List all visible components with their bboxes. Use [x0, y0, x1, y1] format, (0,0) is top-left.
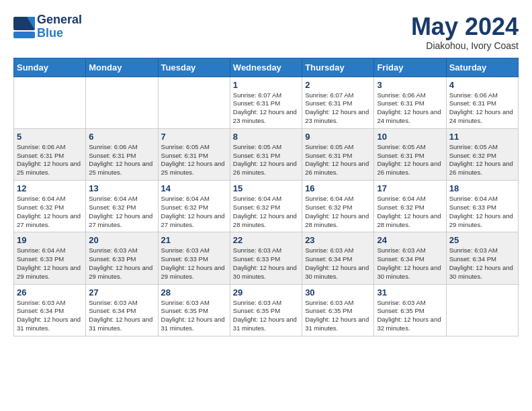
calendar-row: 26Sunrise: 6:03 AMSunset: 6:34 PMDayligh… [14, 284, 519, 336]
day-info: Sunrise: 6:04 AMSunset: 6:32 PMDaylight:… [161, 195, 227, 229]
day-info: Sunrise: 6:03 AMSunset: 6:33 PMDaylight:… [233, 246, 299, 281]
calendar-cell: 5Sunrise: 6:06 AMSunset: 6:31 PMDaylight… [14, 128, 86, 180]
calendar-cell: 2Sunrise: 6:07 AMSunset: 6:31 PMDaylight… [302, 77, 374, 128]
day-number: 29 [233, 287, 299, 298]
page-header: General Blue May 2024 Diakohou, Ivory Co… [13, 13, 519, 51]
calendar-cell: 1Sunrise: 6:07 AMSunset: 6:31 PMDaylight… [230, 77, 302, 128]
calendar-cell: 22Sunrise: 6:03 AMSunset: 6:33 PMDayligh… [230, 232, 302, 284]
day-number: 25 [449, 235, 515, 245]
title-block: May 2024 Diakohou, Ivory Coast [411, 13, 519, 51]
calendar-cell: 30Sunrise: 6:03 AMSunset: 6:35 PMDayligh… [302, 284, 374, 336]
logo-general-text: General [37, 13, 82, 27]
calendar-cell: 24Sunrise: 6:03 AMSunset: 6:34 PMDayligh… [374, 232, 446, 284]
calendar-cell: 28Sunrise: 6:03 AMSunset: 6:35 PMDayligh… [158, 284, 230, 336]
svg-rect-2 [13, 32, 35, 38]
day-info: Sunrise: 6:03 AMSunset: 6:35 PMDaylight:… [161, 299, 227, 333]
logo-icon [13, 17, 34, 37]
day-info: Sunrise: 6:03 AMSunset: 6:35 PMDaylight:… [233, 299, 299, 333]
calendar-cell: 31Sunrise: 6:03 AMSunset: 6:35 PMDayligh… [374, 284, 446, 336]
day-info: Sunrise: 6:06 AMSunset: 6:31 PMDaylight:… [17, 143, 83, 177]
weekday-header: Tuesday [158, 58, 230, 77]
day-number: 10 [377, 132, 443, 142]
day-info: Sunrise: 6:06 AMSunset: 6:31 PMDaylight:… [449, 91, 515, 126]
day-number: 8 [233, 132, 299, 142]
day-info: Sunrise: 6:03 AMSunset: 6:35 PMDaylight:… [377, 299, 443, 333]
calendar-cell [446, 284, 518, 336]
day-info: Sunrise: 6:04 AMSunset: 6:33 PMDaylight:… [17, 246, 83, 281]
weekday-header: Friday [374, 58, 446, 77]
day-number: 7 [161, 132, 227, 142]
day-info: Sunrise: 6:07 AMSunset: 6:31 PMDaylight:… [305, 91, 371, 126]
day-number: 12 [17, 183, 83, 193]
calendar-row: 1Sunrise: 6:07 AMSunset: 6:31 PMDaylight… [14, 77, 519, 128]
day-number: 6 [89, 132, 154, 142]
calendar-cell: 17Sunrise: 6:04 AMSunset: 6:32 PMDayligh… [374, 181, 446, 232]
day-info: Sunrise: 6:04 AMSunset: 6:33 PMDaylight:… [449, 195, 515, 229]
logo-text: General Blue [37, 13, 82, 40]
calendar-cell: 9Sunrise: 6:05 AMSunset: 6:31 PMDaylight… [302, 128, 374, 180]
day-number: 4 [449, 80, 515, 90]
weekday-header: Thursday [302, 58, 374, 77]
calendar-cell [86, 77, 158, 128]
day-info: Sunrise: 6:04 AMSunset: 6:32 PMDaylight:… [233, 195, 299, 229]
weekday-header: Saturday [446, 58, 518, 77]
day-info: Sunrise: 6:05 AMSunset: 6:31 PMDaylight:… [161, 143, 227, 177]
day-number: 16 [305, 183, 371, 193]
calendar-cell: 16Sunrise: 6:04 AMSunset: 6:32 PMDayligh… [302, 181, 374, 232]
day-number: 20 [89, 235, 154, 245]
day-number: 1 [233, 80, 299, 90]
calendar-cell: 8Sunrise: 6:05 AMSunset: 6:31 PMDaylight… [230, 128, 302, 180]
day-info: Sunrise: 6:06 AMSunset: 6:31 PMDaylight:… [377, 91, 443, 126]
day-number: 13 [89, 183, 154, 193]
weekday-header: Monday [86, 58, 158, 77]
day-info: Sunrise: 6:03 AMSunset: 6:34 PMDaylight:… [89, 299, 154, 333]
calendar-cell [158, 77, 230, 128]
day-number: 31 [377, 287, 443, 298]
calendar-cell: 29Sunrise: 6:03 AMSunset: 6:35 PMDayligh… [230, 284, 302, 336]
calendar-title: May 2024 [411, 13, 519, 40]
day-info: Sunrise: 6:03 AMSunset: 6:34 PMDaylight:… [377, 246, 443, 281]
weekday-header: Sunday [14, 58, 86, 77]
calendar-cell: 25Sunrise: 6:03 AMSunset: 6:34 PMDayligh… [446, 232, 518, 284]
day-info: Sunrise: 6:03 AMSunset: 6:34 PMDaylight:… [305, 246, 371, 281]
calendar-cell: 19Sunrise: 6:04 AMSunset: 6:33 PMDayligh… [14, 232, 86, 284]
day-number: 19 [17, 235, 83, 245]
calendar-row: 12Sunrise: 6:04 AMSunset: 6:32 PMDayligh… [14, 181, 519, 232]
day-number: 3 [377, 80, 443, 90]
day-number: 22 [233, 235, 299, 245]
day-number: 27 [89, 287, 154, 298]
day-info: Sunrise: 6:04 AMSunset: 6:32 PMDaylight:… [17, 195, 83, 229]
calendar-cell [14, 77, 86, 128]
day-number: 26 [17, 287, 83, 298]
day-info: Sunrise: 6:04 AMSunset: 6:32 PMDaylight:… [89, 195, 154, 229]
day-number: 2 [305, 80, 371, 90]
calendar-cell: 13Sunrise: 6:04 AMSunset: 6:32 PMDayligh… [86, 181, 158, 232]
calendar-cell: 20Sunrise: 6:03 AMSunset: 6:33 PMDayligh… [86, 232, 158, 284]
calendar-cell: 27Sunrise: 6:03 AMSunset: 6:34 PMDayligh… [86, 284, 158, 336]
calendar-header-row: SundayMondayTuesdayWednesdayThursdayFrid… [14, 58, 519, 77]
logo-blue-text: Blue [37, 27, 82, 40]
calendar-cell: 12Sunrise: 6:04 AMSunset: 6:32 PMDayligh… [14, 181, 86, 232]
calendar-location: Diakohou, Ivory Coast [411, 40, 519, 51]
day-info: Sunrise: 6:03 AMSunset: 6:34 PMDaylight:… [449, 246, 515, 281]
day-number: 17 [377, 183, 443, 193]
calendar-cell: 7Sunrise: 6:05 AMSunset: 6:31 PMDaylight… [158, 128, 230, 180]
day-info: Sunrise: 6:03 AMSunset: 6:35 PMDaylight:… [305, 299, 371, 333]
day-number: 15 [233, 183, 299, 193]
calendar-row: 19Sunrise: 6:04 AMSunset: 6:33 PMDayligh… [14, 232, 519, 284]
day-info: Sunrise: 6:03 AMSunset: 6:33 PMDaylight:… [89, 246, 154, 281]
calendar-cell: 15Sunrise: 6:04 AMSunset: 6:32 PMDayligh… [230, 181, 302, 232]
logo: General Blue [13, 13, 82, 40]
day-number: 14 [161, 183, 227, 193]
day-number: 24 [377, 235, 443, 245]
day-number: 21 [161, 235, 227, 245]
day-info: Sunrise: 6:05 AMSunset: 6:31 PMDaylight:… [233, 143, 299, 177]
calendar-cell: 18Sunrise: 6:04 AMSunset: 6:33 PMDayligh… [446, 181, 518, 232]
day-info: Sunrise: 6:05 AMSunset: 6:32 PMDaylight:… [449, 143, 515, 177]
day-number: 11 [449, 132, 515, 142]
day-number: 30 [305, 287, 371, 298]
calendar-cell: 6Sunrise: 6:06 AMSunset: 6:31 PMDaylight… [86, 128, 158, 180]
day-number: 9 [305, 132, 371, 142]
calendar-cell: 10Sunrise: 6:05 AMSunset: 6:31 PMDayligh… [374, 128, 446, 180]
day-info: Sunrise: 6:06 AMSunset: 6:31 PMDaylight:… [89, 143, 154, 177]
